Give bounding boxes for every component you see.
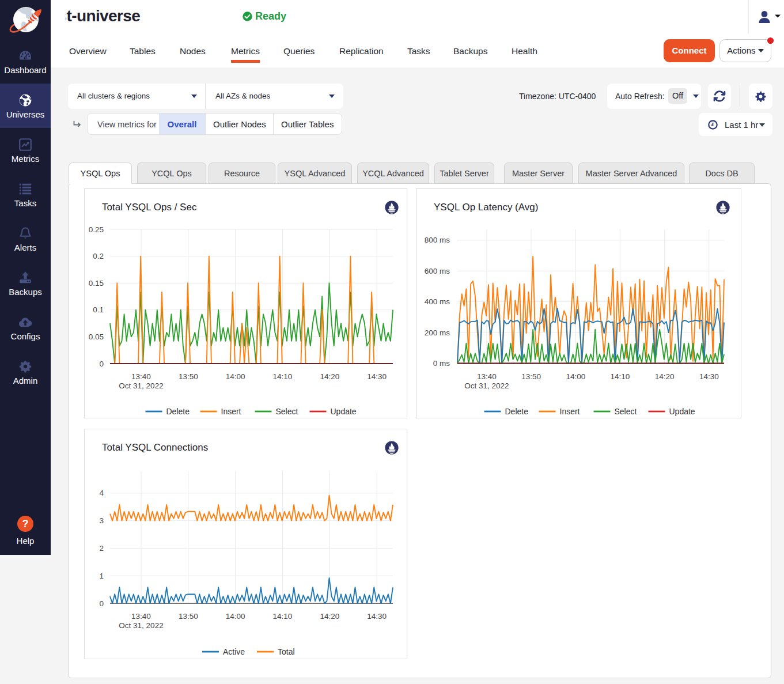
svg-text:800 ms: 800 ms (425, 236, 450, 244)
svg-text:0.1: 0.1 (93, 305, 104, 314)
svg-text:Total: Total (278, 647, 295, 656)
svg-text:4: 4 (99, 489, 104, 497)
svg-text:Insert: Insert (560, 407, 580, 416)
svg-text:13:40: 13:40 (477, 372, 497, 381)
svg-text:0.2: 0.2 (93, 252, 104, 260)
svg-text:14:00: 14:00 (226, 372, 245, 381)
svg-text:Select: Select (276, 407, 298, 416)
svg-text:YSQL Op Latency (Avg): YSQL Op Latency (Avg) (434, 202, 538, 213)
svg-text:Total YSQL Connections: Total YSQL Connections (102, 442, 208, 453)
svg-text:Total YSQL Ops / Sec: Total YSQL Ops / Sec (102, 202, 197, 213)
svg-text:14:30: 14:30 (699, 372, 719, 381)
svg-text:14:10: 14:10 (611, 372, 630, 381)
svg-text:0.25: 0.25 (89, 225, 104, 234)
svg-text:14:20: 14:20 (655, 372, 675, 381)
svg-text:Active: Active (223, 647, 245, 656)
svg-text:Delete: Delete (505, 407, 529, 416)
svg-text:13:40: 13:40 (131, 612, 151, 621)
svg-text:14:00: 14:00 (566, 372, 585, 381)
svg-text:14:30: 14:30 (367, 612, 387, 621)
svg-text:14:10: 14:10 (273, 612, 293, 621)
svg-text:2: 2 (99, 544, 104, 553)
svg-text:0.05: 0.05 (89, 332, 104, 341)
svg-text:14:00: 14:00 (226, 612, 245, 621)
svg-text:14:10: 14:10 (273, 372, 293, 381)
svg-text:Select: Select (615, 407, 637, 416)
svg-text:13:40: 13:40 (131, 372, 151, 381)
svg-text:0 ms: 0 ms (433, 359, 450, 368)
svg-text:600 ms: 600 ms (425, 267, 450, 275)
svg-text:1: 1 (99, 572, 104, 580)
svg-text:14:30: 14:30 (367, 372, 387, 381)
svg-text:14:20: 14:20 (320, 372, 339, 381)
svg-text:13:50: 13:50 (521, 372, 541, 381)
svg-text:3: 3 (99, 516, 104, 525)
svg-text:Update: Update (669, 407, 695, 416)
svg-text:200 ms: 200 ms (425, 328, 450, 337)
svg-text:13:50: 13:50 (179, 372, 198, 381)
svg-text:Oct 31, 2022: Oct 31, 2022 (464, 381, 509, 390)
svg-text:Insert: Insert (221, 407, 241, 416)
svg-text:Oct 31, 2022: Oct 31, 2022 (119, 621, 163, 630)
svg-text:13:50: 13:50 (179, 612, 198, 621)
svg-text:Update: Update (331, 407, 357, 416)
svg-text:0: 0 (99, 599, 104, 608)
svg-text:Delete: Delete (166, 407, 190, 416)
svg-text:400 ms: 400 ms (425, 297, 450, 306)
svg-text:14:20: 14:20 (320, 612, 339, 621)
svg-text:0.15: 0.15 (89, 279, 104, 288)
svg-text:Oct 31, 2022: Oct 31, 2022 (119, 381, 163, 390)
svg-text:0: 0 (99, 360, 104, 368)
